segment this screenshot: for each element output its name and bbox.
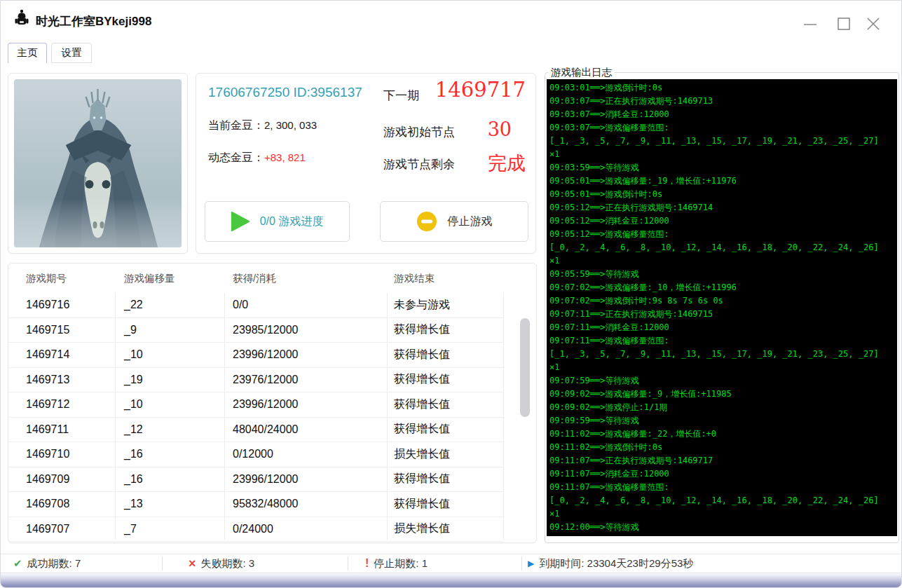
- current-beans-label: 当前金豆：: [208, 119, 264, 131]
- tab-settings-label: 设置: [62, 46, 82, 60]
- cell-offset: _16: [115, 448, 224, 460]
- cell-period: 1469709: [8, 473, 115, 486]
- avatar-image: [14, 79, 182, 247]
- close-button[interactable]: [864, 15, 882, 33]
- log-line: ×1: [549, 507, 894, 521]
- table-row[interactable]: 1469715 _9 23985/12000 获得增长值: [8, 318, 503, 343]
- cell-gain: 48040/24000: [224, 423, 387, 436]
- log-line: 09:11:02══>游戏倒计时:0s: [549, 441, 894, 454]
- current-beans-value: 2, 300, 033: [264, 119, 317, 131]
- log-line: 09:11:02══>游戏偏移量:_22，增长值:+0: [549, 428, 894, 441]
- dynamic-beans-value: +83, 821: [264, 151, 306, 163]
- log-line: 09:07:02══>游戏偏移量:_10，增长值:+11996: [549, 281, 894, 294]
- log-line: 09:03:01══>游戏倒计时:0s: [549, 81, 894, 95]
- cell-gain: 23996/12000: [224, 348, 387, 361]
- col-header-offset: 游戏偏移量: [124, 272, 175, 285]
- remain-node-label: 游戏节点剩余: [383, 156, 455, 172]
- log-line: 09:05:59══>等待游戏: [549, 268, 894, 281]
- tab-home[interactable]: 主页: [8, 43, 47, 63]
- scrollbar-thumb[interactable]: [520, 318, 530, 417]
- stop-button[interactable]: 停止游戏: [380, 201, 528, 242]
- table-row[interactable]: 1469708 _13 95832/48000 获得增长值: [8, 492, 503, 517]
- log-line: [_1, _3, _5, _7, _9, _11, _13, _15, _17,…: [549, 135, 894, 148]
- cell-period: 1469710: [8, 448, 115, 460]
- log-line: [_0, _2, _4, _6, _8, _10, _12, _14, _16,…: [549, 241, 894, 254]
- app-title: 时光工作室BYkeji998: [36, 13, 151, 29]
- cell-period: 1469707: [8, 523, 115, 535]
- progress-button-label: 0/0 游戏进度: [260, 214, 324, 229]
- status-success: ✔ 成功期数: 7: [13, 554, 81, 573]
- cell-period: 1469716: [8, 299, 115, 311]
- log-line: 09:03:07══>正在执行游戏期号:1469713: [549, 95, 894, 108]
- info-panel: 17606767250 ID:3956137 当前金豆：2, 300, 033 …: [196, 73, 536, 254]
- status-divider: [348, 556, 348, 570]
- status-expire-text: 到期时间: 23304天23时29分53秒: [539, 557, 693, 570]
- maximize-button[interactable]: [835, 15, 853, 33]
- table-row[interactable]: 1469714 _10 23996/12000 获得增长值: [8, 343, 503, 368]
- log-line: 09:05:12══>正在执行游戏期号:1469714: [549, 201, 894, 214]
- cell-result: 获得增长值: [387, 372, 503, 387]
- cell-period: 1469712: [8, 398, 115, 411]
- progress-button[interactable]: 0/0 游戏进度: [205, 201, 350, 242]
- cell-result: 获得增长值: [387, 472, 503, 486]
- log-line: 09:07:59══>等待游戏: [549, 374, 894, 388]
- status-stop-text: 停止期数: 1: [374, 557, 428, 570]
- title-bar: 时光工作室BYkeji998: [1, 1, 901, 40]
- cell-result: 获得增长值: [387, 422, 503, 437]
- table-row[interactable]: 1469713 _19 23976/12000 获得增长值: [8, 368, 503, 393]
- log-line: 09:05:01══>游戏偏移量:_19，增长值:+11976: [549, 175, 894, 188]
- cell-result: 获得增长值: [387, 348, 503, 362]
- log-line: 09:09:59══>等待游戏: [549, 414, 894, 428]
- check-icon: ✔: [13, 557, 22, 570]
- tab-settings[interactable]: 设置: [51, 43, 92, 63]
- game-history-table: 游戏期号 游戏偏移量 获得/消耗 游戏结束 1469716 _22 0/0 未参…: [8, 263, 537, 543]
- robot-app-icon: [14, 9, 29, 27]
- table-row[interactable]: 1469709 _16 23996/12000 获得增长值: [8, 467, 503, 493]
- log-line: 09:09:02══>游戏偏移量:_9，增长值:+11985: [549, 388, 894, 401]
- log-line: ×1: [549, 361, 894, 374]
- cell-gain: 95832/48000: [224, 498, 387, 510]
- play-icon: [231, 212, 250, 231]
- status-success-text: 成功期数: 7: [27, 557, 81, 570]
- log-line: 09:11:07══>正在执行游戏期号:1469717: [549, 454, 894, 467]
- cell-gain: 23996/12000: [224, 398, 387, 411]
- status-stop: ! 停止期数: 1: [365, 554, 428, 573]
- current-beans-row: 当前金豆：2, 300, 033: [208, 118, 317, 133]
- col-header-period: 游戏期号: [26, 272, 67, 285]
- table-row[interactable]: 1469711 _12 48040/24000 获得增长值: [8, 418, 503, 443]
- status-divider: [162, 556, 163, 570]
- cell-offset: _13: [115, 498, 224, 510]
- next-period-label: 下一期: [383, 88, 419, 104]
- remain-node-value: 完成: [488, 151, 526, 176]
- cell-result: 获得增长值: [387, 397, 503, 412]
- account-id-line: 17606767250 ID:3956137: [208, 85, 362, 100]
- cell-period: 1469715: [8, 324, 115, 336]
- log-output: 09:03:01══>游戏倒计时:0s 09:03:07══>正在执行游戏期号:…: [547, 79, 897, 536]
- column-divider: [503, 293, 504, 540]
- table-row[interactable]: 1469716 _22 0/0 未参与游戏: [8, 293, 503, 318]
- avatar-panel: [8, 73, 188, 254]
- next-period-value: 1469717: [435, 78, 526, 102]
- log-line: 09:11:07══>消耗金豆:12000: [549, 467, 894, 481]
- log-line: 09:05:01══>游戏倒计时:0s: [549, 188, 894, 201]
- cell-gain: 23976/12000: [224, 374, 387, 386]
- cell-period: 1469713: [8, 374, 115, 386]
- table-row[interactable]: 1469707 _7 0/24000 损失增长值: [8, 517, 503, 542]
- window-bottom-edge: [1, 573, 901, 588]
- cell-offset: _7: [115, 523, 224, 535]
- table-scrollbar[interactable]: [519, 294, 531, 538]
- table-body: 1469716 _22 0/0 未参与游戏 1469715 _9 23985/1…: [8, 293, 503, 542]
- cell-result: 损失增长值: [387, 521, 503, 536]
- stop-button-label: 停止游戏: [448, 214, 493, 229]
- minimize-button[interactable]: [801, 15, 819, 33]
- exclamation-icon: !: [365, 557, 369, 570]
- cell-gain: 23996/12000: [224, 473, 387, 486]
- table-row[interactable]: 1469712 _10 23996/12000 获得增长值: [8, 392, 503, 418]
- cell-offset: _22: [115, 299, 224, 311]
- table-row[interactable]: 1469710 _16 0/12000 损失增长值: [8, 442, 503, 467]
- log-line: 09:03:59══>等待游戏: [549, 161, 894, 175]
- log-line: [_0, _2, _4, _6, _8, _10, _12, _14, _16,…: [549, 494, 894, 507]
- status-bar: ✔ 成功期数: 7 × 失败期数: 3 ! 停止期数: 1 ▶ 到期时间: 23…: [1, 554, 901, 573]
- status-expire: ▶ 到期时间: 23304天23时29分53秒: [528, 554, 693, 573]
- cell-offset: _9: [115, 324, 224, 336]
